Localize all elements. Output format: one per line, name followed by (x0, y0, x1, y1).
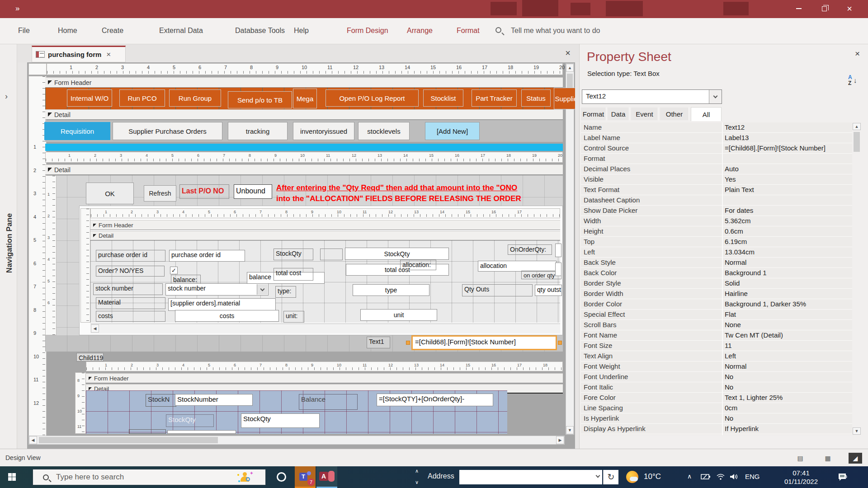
nav-tab-supplier-purchase-orders[interactable]: Supplier Purchase Orders (113, 122, 222, 140)
document-close-icon[interactable]: × (565, 48, 571, 58)
child119-label[interactable]: Child119: (76, 353, 104, 361)
property-value[interactable]: 11 (725, 342, 849, 349)
menu-tab-arrange[interactable]: Arrange (407, 27, 433, 35)
property-value[interactable]: Text12 (725, 123, 849, 131)
property-tab-data[interactable]: Data (608, 108, 629, 120)
property-row-scroll-bars[interactable]: Scroll BarsNone (581, 320, 852, 330)
navigation-pane-label[interactable]: Navigation Pane (5, 200, 14, 286)
property-row-label-name[interactable]: Label NameLabel13 (581, 133, 852, 143)
property-scrollbar[interactable]: ▲ ▼ (853, 123, 862, 435)
tab-close-icon[interactable]: × (106, 50, 111, 59)
property-value[interactable]: Normal (725, 362, 849, 370)
scroll-right-icon[interactable]: ▶ (556, 436, 564, 444)
control-selector-combobox[interactable]: Text12 (582, 89, 722, 104)
selection-handle[interactable] (558, 341, 562, 345)
weather-icon[interactable] (626, 471, 638, 483)
scroll-left-icon[interactable]: ◀ (29, 436, 37, 444)
property-row-width[interactable]: Width5.362cm (581, 216, 852, 226)
property-value[interactable]: 6.19cm (725, 238, 849, 245)
scroll-up-icon[interactable]: ▲ (853, 123, 861, 130)
costs-textbox[interactable]: costs (175, 310, 279, 322)
property-tab-format[interactable]: Format (581, 108, 606, 120)
temperature-label[interactable]: 10°C (644, 472, 661, 481)
clipped-textbox[interactable] (167, 430, 236, 434)
unbound-textbox[interactable]: Unbound (234, 184, 272, 199)
property-row-border-width[interactable]: Border WidthHairline (581, 289, 852, 299)
expand-nav-pane-icon[interactable]: › (5, 92, 8, 101)
property-value[interactable]: Background 1 (725, 269, 849, 277)
property-value[interactable]: 0.6cm (725, 227, 849, 235)
material-textbox[interactable]: [supplier orders].material (168, 298, 276, 311)
property-value[interactable]: If Hyperlink (725, 425, 849, 432)
ok-button[interactable]: OK (86, 183, 134, 204)
battery-icon[interactable] (701, 474, 711, 480)
refresh-button[interactable]: Refresh (144, 185, 176, 202)
tray-expand-icon[interactable]: ∧ (687, 473, 692, 480)
taskbar-search-box[interactable]: Type here to search ✦ (33, 469, 266, 485)
property-value[interactable]: 0cm (725, 404, 849, 412)
header-button-open-p-o-log-report[interactable]: Open P/O Log Report (326, 89, 419, 107)
property-row-border-style[interactable]: Border StyleSolid (581, 278, 852, 289)
unit-textbox[interactable]: unit (360, 309, 437, 321)
property-value[interactable]: Auto (725, 165, 849, 173)
clipped-textbox[interactable] (555, 263, 561, 276)
detail-section-bar[interactable]: Detail (45, 109, 563, 120)
property-row-font-weight[interactable]: Font WeightNormal (581, 361, 852, 372)
sort-az-icon[interactable]: AZ↓ (846, 74, 862, 89)
property-row-is-hyperlink[interactable]: Is HyperlinkNo (581, 413, 852, 424)
stockqty-bottom-textbox[interactable]: StockQty (241, 413, 320, 428)
property-value[interactable]: Left (725, 352, 849, 360)
property-row-back-color[interactable]: Back ColorBackground 1 (581, 268, 852, 278)
property-value[interactable]: No (725, 383, 849, 391)
header-button-mega[interactable]: Mega (293, 89, 317, 108)
form-view-button[interactable]: ▤ (793, 453, 807, 464)
header-button-stocklist[interactable]: Stocklist (423, 89, 463, 107)
nav-tab-tracking[interactable]: tracking (228, 122, 288, 140)
menu-tab-home[interactable]: Home (58, 27, 77, 35)
menu-tab-format[interactable]: Format (457, 27, 480, 35)
property-value[interactable]: Solid (725, 279, 849, 287)
combo-dropdown-button[interactable] (257, 284, 268, 295)
property-row-name[interactable]: NameText12 (581, 122, 852, 133)
property-row-display-as-hyperlink[interactable]: Display As HyperlinkIf Hyperlink (581, 424, 852, 434)
datasheet-view-button[interactable]: ▦ (821, 453, 835, 464)
pscroll-thumb[interactable] (854, 132, 860, 152)
nested-form-header-bar[interactable]: Form Header (90, 220, 560, 230)
property-row-text-align[interactable]: Text AlignLeft (581, 351, 852, 361)
nav-tab--add-new-[interactable]: [Add New] (425, 122, 480, 140)
subform-detail-bar[interactable]: Detail (45, 164, 563, 175)
search-highlights-icon[interactable]: ✦ (237, 471, 253, 484)
tell-me-search[interactable]: Tell me what you want to do (511, 27, 600, 35)
header-button-supplier[interactable]: Supplier (554, 88, 575, 109)
property-value[interactable]: =[Child68].[Form]![Stock Number] (725, 144, 849, 152)
property-row-datasheet-caption[interactable]: Datasheet Caption (581, 195, 852, 206)
stocknumber-textbox[interactable]: StockNumber (175, 394, 253, 406)
property-value[interactable]: No (725, 414, 849, 422)
property-value[interactable]: 13.034cm (725, 248, 849, 256)
combo-dropdown-button[interactable] (709, 90, 722, 103)
type-textbox[interactable]: type (353, 284, 429, 296)
text1-selected-textbox[interactable]: =[Child68].[Form]![Stock Number] (411, 335, 557, 350)
menu-tab-external-data[interactable]: External Data (159, 27, 203, 35)
design-view-button[interactable]: ◢ (849, 453, 862, 464)
property-row-decimal-places[interactable]: Decimal PlacesAuto (581, 164, 852, 174)
property-value[interactable]: Tw Cen MT (Detail) (725, 331, 849, 339)
action-center-icon[interactable] (837, 472, 848, 483)
allocation-textbox[interactable]: allocation (478, 261, 557, 272)
property-row-show-date-picker[interactable]: Show Date PickerFor dates (581, 206, 852, 216)
header-button-internal-w-o[interactable]: Internal W/O (67, 89, 112, 107)
toolbar-scroll-arrows[interactable]: ∧∨ (411, 468, 422, 486)
selection-handle[interactable] (406, 341, 410, 345)
property-row-special-effect[interactable]: Special EffectFlat (581, 310, 852, 320)
canvas-hscrollbar[interactable]: ◀ ▶ (28, 436, 565, 445)
minimize-button[interactable] (786, 0, 811, 17)
property-row-hyperlink-target[interactable]: Hyperlink Target (581, 434, 852, 435)
property-row-top[interactable]: Top6.19cm (581, 237, 852, 247)
property-row-control-source[interactable]: Control Source=[Child68].[Form]![Stock N… (581, 143, 852, 154)
property-row-border-color[interactable]: Border ColorBackground 1, Darker 35% (581, 299, 852, 310)
nav-tab-inventoryissued[interactable]: inventoryissued (293, 122, 354, 140)
tab-purchasing-form[interactable]: purchasing form × (32, 46, 126, 62)
wifi-icon[interactable] (716, 473, 725, 480)
property-value[interactable]: Flat (725, 310, 849, 318)
scroll-up-icon[interactable]: ▲ (566, 64, 574, 72)
